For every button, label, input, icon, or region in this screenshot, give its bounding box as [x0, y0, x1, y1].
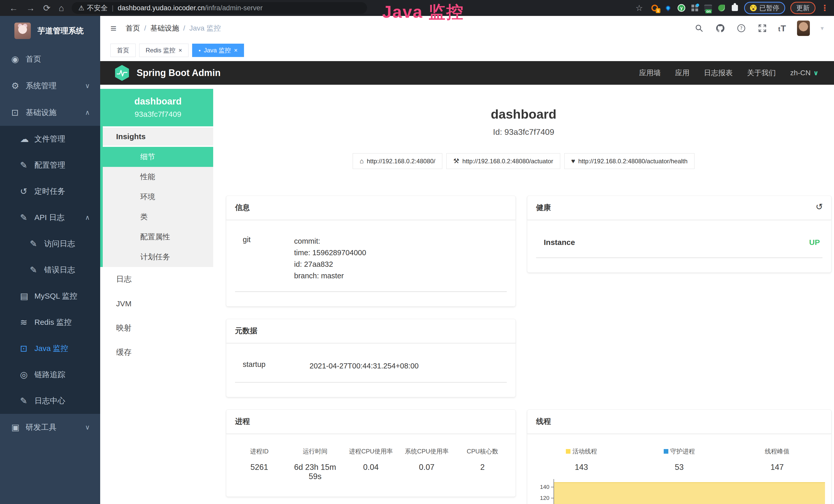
browser-menu-icon[interactable]: ⋮: [821, 3, 829, 13]
browser-home-icon[interactable]: ⌂: [59, 3, 64, 13]
url-divider: |: [112, 4, 113, 12]
sba-item-metrics[interactable]: 性能: [103, 167, 213, 187]
sba-item-classes[interactable]: 类: [103, 207, 213, 227]
history-icon[interactable]: ↺: [816, 202, 823, 212]
stat-value: 5261: [232, 463, 287, 472]
link-label: http://192.168.0.2:48080/actuator/health: [578, 158, 687, 165]
close-icon[interactable]: ×: [178, 47, 182, 54]
bookmark-star-icon[interactable]: ☆: [635, 3, 643, 13]
metadata-key: startup: [235, 360, 309, 372]
daemon-threads: 守护进程 53: [630, 447, 728, 472]
breadcrumb-home[interactable]: 首页: [126, 23, 140, 33]
puzzle-extensions-icon[interactable]: [731, 4, 739, 12]
active-dot-icon: ●: [199, 48, 201, 52]
sidebar-item-infra[interactable]: ⊡ 基础设施 ∧: [0, 99, 100, 126]
layers-icon: ≋: [20, 317, 35, 327]
github-icon[interactable]: [715, 23, 725, 33]
sba-sidebar: dashboard 93a3fc7f7409 Insights 细节 性能 环境…: [100, 85, 213, 504]
sidebar-item-system[interactable]: ⚙ 系统管理 ∨: [0, 72, 100, 99]
sba-item-scheduled-tasks[interactable]: 计划任务: [103, 247, 213, 267]
url-host: dashboard.yudao.iocoder.cn: [118, 4, 205, 12]
help-icon[interactable]: ?: [736, 23, 746, 33]
close-icon[interactable]: ×: [234, 47, 238, 54]
tab-label: Redis 监控: [146, 46, 175, 54]
address-bar[interactable]: ⚠ 不安全 | dashboard.yudao.iocoder.cn /infr…: [72, 2, 367, 14]
sba-app-name: dashboard: [105, 96, 211, 107]
sidebar-item-label: Redis 监控: [35, 317, 72, 328]
browser-forward-icon[interactable]: →: [26, 3, 35, 13]
sba-item-jvm[interactable]: JVM: [100, 292, 213, 316]
threads-card: 线程 活动线程 143 守护进程 53: [527, 410, 831, 504]
sidebar-item-tracing[interactable]: ◎ 链路追踪: [0, 362, 100, 388]
leaf-extension-icon[interactable]: [717, 4, 726, 12]
actuator-url-link[interactable]: ⚒ http://192.168.0.2:48080/actuator: [446, 153, 560, 169]
home-icon: ⌂: [359, 157, 364, 165]
tab-redis-monitor[interactable]: Redis 监控 ×: [139, 44, 189, 57]
user-avatar[interactable]: [797, 21, 810, 36]
sidebar-item-api-log[interactable]: ✎ API 日志 ∧: [0, 204, 100, 231]
infra-submenu: ☁ 文件管理 ✎ 配置管理 ↺ 定时任务 ✎ API 日志 ∧ ✎ 访问日志 ✎: [0, 126, 100, 414]
update-button[interactable]: 更新: [790, 2, 815, 14]
sidebar-item-access-log[interactable]: ✎ 访问日志: [0, 231, 100, 257]
chevron-down-icon: ∨: [85, 423, 90, 431]
fullscreen-icon[interactable]: [757, 23, 767, 33]
browser-back-icon[interactable]: ←: [9, 3, 18, 13]
sidebar-item-mysql-monitor[interactable]: ▤ MySQL 监控: [0, 283, 100, 309]
breadcrumb-infra[interactable]: 基础设施: [150, 23, 179, 33]
sidebar-item-file-manage[interactable]: ☁ 文件管理: [0, 126, 100, 152]
process-pid: 进程ID 5261: [232, 447, 287, 481]
tab-home[interactable]: 首页: [110, 44, 136, 57]
sba-item-details[interactable]: 细节: [103, 147, 213, 167]
stat-value: 147: [728, 463, 826, 472]
sidebar-item-config-manage[interactable]: ✎ 配置管理: [0, 152, 100, 178]
sba-brand-title[interactable]: Spring Boot Admin: [137, 68, 221, 78]
edit-icon: ✎: [20, 160, 35, 170]
sidebar-item-error-log[interactable]: ✎ 错误日志: [0, 257, 100, 283]
sidebar-item-home[interactable]: ◉ 首页: [0, 46, 100, 72]
sba-item-environment[interactable]: 环境: [103, 187, 213, 207]
extension-icon[interactable]: 1: [651, 4, 659, 12]
edit-square-icon: ✎: [20, 396, 35, 406]
y-extension-icon[interactable]: y: [677, 4, 685, 12]
sidebar-item-dev-tools[interactable]: ▣ 研发工具 ∨: [0, 414, 100, 441]
live-threads-area-series: [554, 482, 825, 504]
sba-item-config-props[interactable]: 配置属性: [103, 227, 213, 247]
browser-reload-icon[interactable]: ⟳: [43, 3, 50, 13]
profile-paused-chip[interactable]: 已暂停: [744, 2, 785, 14]
search-icon[interactable]: [694, 23, 704, 33]
hamburger-icon[interactable]: ≡: [110, 23, 116, 34]
daemon-threads-legend-swatch: [664, 449, 668, 454]
sba-language-select[interactable]: zh-CN ∨: [790, 69, 818, 77]
threads-chart: 140 120 100: [532, 479, 826, 504]
chevron-down-icon: ∨: [85, 82, 90, 90]
cloud-upload-icon: ☁: [20, 134, 35, 144]
sidebar-item-label: 错误日志: [44, 265, 75, 275]
grid-extension-icon[interactable]: [691, 4, 699, 12]
app-logo-avatar: [14, 23, 31, 39]
sidebar-item-log-center[interactable]: ✎ 日志中心: [0, 388, 100, 414]
font-size-icon[interactable]: tT: [778, 23, 786, 33]
pin-extension-icon[interactable]: [664, 4, 672, 12]
health-url-link[interactable]: ♥ http://192.168.0.2:48080/actuator/heal…: [564, 153, 695, 169]
sidebar-item-java-monitor[interactable]: ⊡ Java 监控: [0, 335, 100, 362]
sba-app-id: 93a3fc7f7409: [105, 110, 211, 119]
sba-nav-wallboard[interactable]: 应用墙: [639, 68, 661, 78]
switch-extension-icon[interactable]: on: [704, 4, 712, 12]
sidebar-item-scheduled-jobs[interactable]: ↺ 定时任务: [0, 178, 100, 204]
sba-nav-about[interactable]: 关于我们: [747, 68, 776, 78]
sidebar-item-redis-monitor[interactable]: ≋ Redis 监控: [0, 309, 100, 335]
sba-item-mappings[interactable]: 映射: [100, 316, 213, 340]
sba-item-caches[interactable]: 缓存: [100, 340, 213, 365]
sba-item-logs[interactable]: 日志: [100, 267, 213, 292]
stat-value: 0.04: [343, 463, 399, 472]
service-url-link[interactable]: ⌂ http://192.168.0.2:48080/: [353, 153, 442, 169]
app-logo-row[interactable]: 芋道管理系统: [0, 16, 100, 46]
sba-app-block[interactable]: dashboard 93a3fc7f7409: [103, 89, 213, 126]
briefcase-icon: ▣: [11, 422, 26, 432]
sba-nav-applications[interactable]: 应用: [675, 68, 690, 78]
tab-java-monitor[interactable]: ● Java 监控 ×: [192, 44, 244, 57]
health-instance-label: Instance: [536, 238, 575, 247]
avatar-caret-icon[interactable]: ▾: [821, 25, 824, 32]
sba-nav-journal[interactable]: 日志报表: [704, 68, 733, 78]
page-title: dashboard: [213, 107, 834, 122]
